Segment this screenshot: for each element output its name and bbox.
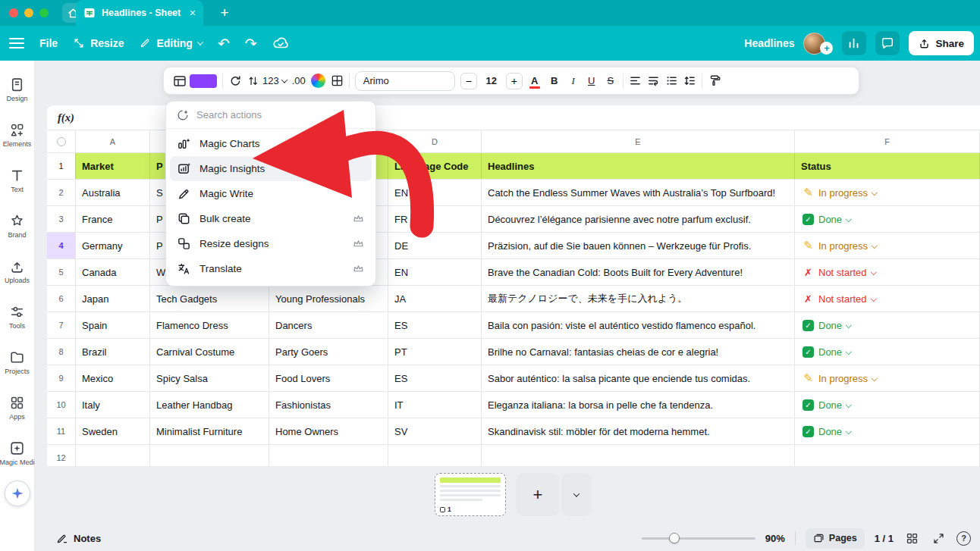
cell-product[interactable]: Spicy Salsa <box>150 365 269 391</box>
row-header[interactable]: 6 <box>47 286 76 312</box>
sidebar-item-design[interactable]: Design <box>0 70 35 109</box>
cell-product[interactable]: Carnival Costume <box>150 339 269 365</box>
cell-market[interactable]: Sweden <box>76 418 150 444</box>
strikethrough-button[interactable]: S <box>604 75 617 86</box>
font-family-dropdown[interactable]: Arimo <box>355 71 455 91</box>
list-button[interactable] <box>665 74 678 87</box>
cell-audience[interactable]: Food Lovers <box>269 365 388 391</box>
close-tab-icon[interactable]: × <box>190 8 196 18</box>
cell-headline[interactable]: Eleganza italiana: la borsa in pelle che… <box>482 392 795 418</box>
column-header[interactable]: E <box>482 130 795 152</box>
tab-headlines-sheet[interactable]: Headlines - Sheet × <box>76 0 203 26</box>
grid-view-button[interactable] <box>903 530 920 546</box>
comments-button[interactable] <box>875 31 900 55</box>
cell-audience[interactable]: Dancers <box>269 312 388 338</box>
sidebar-item-elements[interactable]: Elements <box>0 115 35 155</box>
status-cell[interactable]: Done <box>795 418 980 444</box>
cell-market[interactable]: Japan <box>76 286 150 312</box>
close-window-button[interactable] <box>9 8 18 17</box>
cell-fill-color-button[interactable] <box>173 74 217 88</box>
row-header[interactable]: 8 <box>47 339 76 365</box>
zoom-slider[interactable] <box>642 533 755 543</box>
cell-market[interactable]: Brazil <box>76 339 150 365</box>
header-cell-status[interactable]: Status <box>795 153 980 179</box>
menu-item-magic-insights[interactable]: Magic Insights <box>170 156 372 181</box>
cell-language-code[interactable]: SV <box>388 418 482 444</box>
decrease-font-size-button[interactable]: − <box>460 73 477 89</box>
row-header[interactable]: 9 <box>47 365 76 391</box>
page-thumbnail[interactable]: 1 <box>435 473 506 516</box>
status-cell[interactable]: Done <box>795 206 980 232</box>
italic-button[interactable]: I <box>567 75 580 87</box>
status-cell[interactable]: Not started <box>795 259 980 285</box>
cell-product[interactable]: Minimalist Furniture <box>150 418 269 444</box>
row-header-selected[interactable]: 4 <box>47 233 76 258</box>
number-format-dropdown[interactable]: 123 <box>247 74 287 87</box>
cell-headline[interactable]: 最新テクノロジーで、未来を手に入れよう。 <box>482 286 795 312</box>
cell-headline[interactable]: Skandinavisk stil: möbler för det modern… <box>482 418 795 444</box>
decimal-places-button[interactable]: .00 <box>292 75 306 86</box>
row-header[interactable]: 11 <box>47 418 76 444</box>
sidebar-item-uploads[interactable]: Uploads <box>0 252 35 291</box>
cell-language-code[interactable]: ES <box>388 365 482 391</box>
sidebar-item-apps[interactable]: Apps <box>0 388 35 427</box>
sidebar-item-tools[interactable]: Tools <box>0 297 35 337</box>
status-cell[interactable]: Done <box>795 339 980 365</box>
cell-market[interactable]: Germany <box>76 233 150 258</box>
cell-language-code[interactable]: FR <box>388 206 482 232</box>
cell-language-code[interactable]: EN <box>388 259 482 285</box>
refresh-data-button[interactable] <box>228 74 242 88</box>
maximize-window-button[interactable] <box>39 8 49 17</box>
cell-product[interactable]: Tech Gadgets <box>150 286 269 312</box>
sidebar-item-projects[interactable]: Projects <box>0 343 35 382</box>
cell-product[interactable]: Leather Handbag <box>150 392 269 418</box>
undo-button[interactable]: ↶ <box>218 35 230 52</box>
cell-language-code[interactable]: PT <box>388 339 482 365</box>
row-header[interactable]: 1 <box>47 153 76 179</box>
new-tab-button[interactable]: + <box>215 0 234 26</box>
cell-headline[interactable]: Brave the Canadian Cold: Boots Built for… <box>482 259 795 285</box>
search-actions-row[interactable] <box>166 102 375 129</box>
cell-headline[interactable]: Sabor auténtico: la salsa picante que en… <box>482 365 795 391</box>
status-cell[interactable]: In progress <box>795 180 980 205</box>
text-align-button[interactable] <box>629 74 642 87</box>
font-size-value[interactable]: 12 <box>482 75 501 86</box>
insights-chart-button[interactable] <box>842 31 866 55</box>
canva-assistant-button[interactable] <box>5 481 30 506</box>
page-options-button[interactable] <box>561 473 592 516</box>
row-header[interactable]: 10 <box>47 392 76 418</box>
cell-market[interactable]: Australia <box>76 180 150 205</box>
column-header[interactable]: D <box>388 130 482 152</box>
cell-language-code[interactable]: JA <box>388 286 482 312</box>
menu-item-bulk-create[interactable]: Bulk create <box>170 206 372 231</box>
status-cell[interactable]: Done <box>795 312 980 338</box>
cell-headline[interactable]: Brilhe no Carnaval: fantasias cheias de … <box>482 339 795 365</box>
menu-item-resize-designs[interactable]: Resize designs <box>170 231 372 256</box>
help-button[interactable]: ? <box>956 531 971 546</box>
cell-language-code[interactable]: ES <box>388 312 482 338</box>
color-wheel-button[interactable] <box>311 74 325 88</box>
borders-button[interactable] <box>331 74 344 87</box>
cell-empty[interactable] <box>76 445 150 466</box>
status-cell[interactable]: Done <box>795 392 980 418</box>
sidebar-item-magic-media[interactable]: Magic Media <box>0 434 35 473</box>
select-all-cell[interactable] <box>47 130 76 152</box>
row-header[interactable]: 3 <box>47 206 76 232</box>
row-header[interactable]: 2 <box>47 180 76 205</box>
cell-empty[interactable] <box>795 445 980 466</box>
cell-headline[interactable]: Präzision, auf die Sie bauen können – We… <box>482 233 795 258</box>
file-menu-button[interactable]: File <box>39 37 58 49</box>
cell-audience[interactable]: Home Owners <box>269 418 388 444</box>
resize-button[interactable]: Resize <box>73 37 124 49</box>
cell-product[interactable]: Flamenco Dress <box>150 312 269 338</box>
status-cell[interactable]: In progress <box>795 365 980 391</box>
cell-audience[interactable]: Party Goers <box>269 339 388 365</box>
row-header[interactable]: 5 <box>47 259 76 285</box>
sidebar-item-brand[interactable]: Brand <box>0 206 35 246</box>
cell-empty[interactable] <box>482 445 795 466</box>
row-header[interactable]: 7 <box>47 312 76 338</box>
row-header[interactable]: 12 <box>47 445 76 466</box>
add-member-button[interactable]: + <box>820 42 833 55</box>
column-header[interactable]: A <box>76 130 150 152</box>
cell-headline[interactable]: Catch the Endless Summer Waves with Aust… <box>482 180 795 205</box>
